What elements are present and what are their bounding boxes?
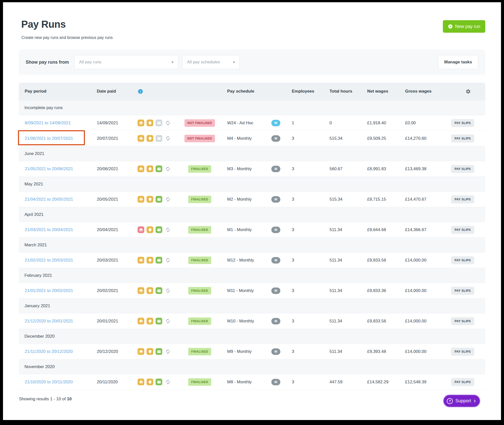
pay-period-link[interactable]: 21/03/2021 to 20/04/2021 [25,227,73,232]
pay-runs-select[interactable]: All pay runs ▾ [74,55,178,69]
new-pay-run-button[interactable]: New pay run [443,20,485,33]
gross-wages-cell: £14,000.00 [401,288,444,293]
page-subtitle: Create new pay runs and browse previous … [21,35,113,40]
pay-schedule-cell: W24 - Ad Hoc [227,121,270,126]
pay-period-link[interactable]: 21/11/2020 to 20/12/2020 [25,349,73,354]
status-badge: FINALISED [188,165,211,173]
date-paid-cell: 14/09/2021 [97,121,138,126]
net-wages-cell: £9,833.36 [363,288,401,293]
schedule-type-badge: M [271,379,280,385]
employees-cell: 3 [288,227,326,232]
pay-slips-button[interactable]: PAY SLIPS [451,378,474,386]
gross-wages-cell: £0.00 [401,121,444,126]
pay-slips-button[interactable]: PAY SLIPS [451,119,474,127]
shield-icon [147,287,153,294]
net-wages-cell: £1,918.40 [363,121,401,126]
results-total: 10 [67,397,72,401]
info-icon[interactable] [138,89,143,94]
status-badge: FINALISED [188,378,211,386]
gross-wages-cell: £14,000.00 [401,319,444,324]
pay-slips-button[interactable]: PAY SLIPS [451,226,474,234]
pay-runs-table: Pay period Date paid Pay schedule Employ… [19,83,485,390]
date-paid-cell: 20/04/2021 [97,227,138,232]
plus-circle-icon [448,24,453,29]
gear-icon[interactable] [466,89,471,94]
col-employees: Employees [288,89,326,94]
date-paid-cell: 20/02/2021 [97,288,138,293]
total-hours-cell: 515.34 [326,136,363,141]
date-paid-cell: 20/03/2021 [97,258,138,263]
pay-schedule-cell: M8 - Monthly [227,380,270,385]
results-count: Showing results 1 - 10 of10 [19,397,485,402]
shield-icon [147,226,153,233]
shield-icon [147,135,153,142]
pay-schedules-select[interactable]: All pay schedules ▾ [182,55,240,69]
journal-icon [138,196,144,203]
employees-cell: 3 [288,319,326,324]
pay-period-link[interactable]: 21/06/2021 to 20/07/2021 [25,136,73,141]
pay-period-link[interactable]: 21/01/2021 to 20/02/2021 [25,288,73,293]
pay-period-link[interactable]: 21/12/2020 to 20/01/2021 [25,319,73,323]
pay-runs-page: Pay Runs Create new pay runs and browse … [3,2,501,420]
pay-period-link[interactable]: 21/04/2021 to 20/05/2021 [25,197,73,202]
sync-icon [165,379,171,385]
employees-cell: 3 [288,380,326,385]
col-gross-wages: Gross wages [401,89,444,94]
total-hours-cell: 511.34 [326,258,363,263]
chevron-down-icon: ▾ [172,60,174,64]
date-paid-cell: 20/05/2021 [97,197,138,202]
pay-slips-button[interactable]: PAY SLIPS [451,256,474,264]
pay-schedule-cell: M9 - Monthly [227,349,270,354]
sync-icon [165,135,171,142]
pay-slips-button[interactable]: PAY SLIPS [451,317,474,325]
total-hours-cell: 511.34 [326,319,363,324]
pay-slips-button[interactable]: PAY SLIPS [451,195,474,203]
journal-icon [138,120,144,126]
shield-icon [147,196,153,203]
sync-icon [165,120,171,126]
net-wages-cell: £9,509.25 [363,136,401,141]
pay-slips-button[interactable]: PAY SLIPS [451,348,474,356]
employees-cell: 1 [288,121,326,126]
table-row: 21/06/2021 to 20/07/2021 20/07/2021 NOT … [19,131,485,146]
pay-period-link[interactable]: 8/09/2021 to 14/09/2021 [25,121,71,125]
email-icon [156,257,162,264]
table-row: 21/12/2020 to 20/01/2021 20/01/2021 FINA… [19,313,485,329]
total-hours-cell: 0 [326,121,363,126]
net-wages-cell: £8,991.83 [363,166,401,171]
shield-icon [147,165,153,172]
schedule-type-badge: W [271,120,280,126]
email-icon [156,135,162,142]
employees-cell: 3 [288,166,326,171]
pay-schedule-cell: M2 - Monthly [227,197,270,202]
pay-slips-button[interactable]: PAY SLIPS [451,165,474,173]
sync-icon [165,257,171,264]
support-button[interactable]: ? Support › [444,395,480,407]
pay-schedule-cell: M10 - Monthly [227,319,270,324]
net-wages-cell: £9,644.68 [363,227,401,232]
date-paid-cell: 20/11/2020 [97,380,138,385]
pay-schedule-cell: M3 - Monthly [227,166,270,171]
pay-runs-select-value: All pay runs [79,60,101,65]
journal-icon [138,226,144,233]
pay-slips-button[interactable]: PAY SLIPS [451,135,474,142]
pay-schedule-cell: M12 - Monthly [227,258,270,263]
gross-wages-cell: £13,469.38 [401,166,444,171]
shield-icon [147,120,153,126]
pay-period-link[interactable]: 21/05/2021 to 20/06/2021 [25,166,73,171]
journal-icon [138,287,144,294]
email-icon [156,226,162,233]
gross-wages-cell: £14,366.67 [401,227,444,232]
screenshot-frame: Pay Runs Create new pay runs and browse … [0,0,504,425]
status-badge: FINALISED [188,226,211,234]
email-icon [156,120,162,126]
pay-schedule-cell: M1 - Monthly [227,227,270,232]
shield-icon [147,379,153,385]
manage-tasks-button[interactable]: Manage tasks [438,55,479,69]
schedule-type-badge: M [271,135,280,142]
pay-period-link[interactable]: 21/10/2020 to 20/11/2020 [25,380,73,384]
gross-wages-cell: £14,000.00 [401,349,444,354]
pay-slips-button[interactable]: PAY SLIPS [451,287,474,295]
status-badge: FINALISED [188,317,211,325]
pay-period-link[interactable]: 21/02/2021 to 20/03/2021 [25,258,73,263]
